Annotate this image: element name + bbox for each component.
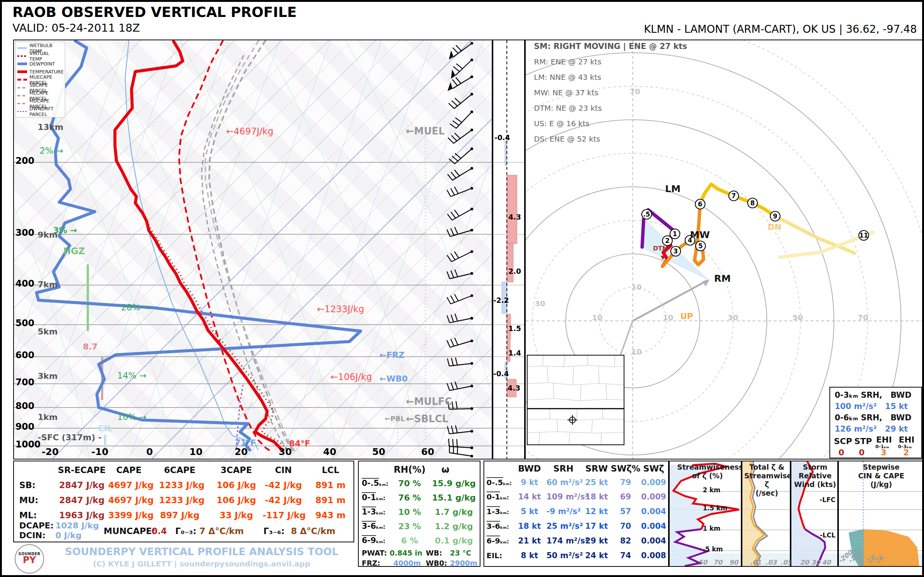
rh-value: 23 % — [389, 522, 430, 531]
cell: 1233 J/kg — [159, 495, 200, 505]
plot-title-line: Storm Relative — [792, 463, 838, 480]
row-label: 0-.5ₖₘ: — [362, 479, 389, 488]
row-label: 0-1ₖₘ: — [486, 492, 509, 501]
layer-unit: ₖₘ: — [500, 509, 509, 516]
srh-row1-header: 0-3ₖₘ SRH, BWD — [835, 390, 911, 400]
layer: 0-1 — [486, 492, 500, 501]
mw-label: MW — [690, 229, 709, 240]
ring-label: 50 — [793, 313, 803, 322]
row-label: SB: — [19, 480, 36, 490]
x-tick: 70 — [713, 559, 722, 566]
ehi2-value: 2 — [903, 448, 909, 457]
muel-annotation: ←MUEL — [406, 126, 445, 137]
row-label: ML: — [19, 510, 37, 520]
col-header: 6CAPE — [159, 465, 200, 475]
cell: 70 — [611, 522, 641, 531]
height-marker-label: 6 — [698, 200, 703, 208]
cell: 82 — [611, 536, 641, 545]
plot-title-line: CIN & CAPE — [850, 472, 912, 480]
row-label: 6-9ₖₘ: — [486, 536, 509, 545]
footer-credit: (C) KYLE J GILLETT | sounderpysoundings.… — [51, 559, 352, 568]
ring-label: 30 — [728, 313, 738, 322]
cell: 9 kt — [514, 478, 544, 487]
cell: 943 m — [312, 510, 349, 520]
cell: 18 kt — [582, 492, 612, 501]
height-marker-label: 7 — [732, 192, 736, 200]
y-label: 1 km — [703, 525, 720, 532]
muecape-line-icon — [17, 79, 27, 81]
pressure-tick: 900 — [15, 421, 34, 432]
temp-tick: 20 — [230, 446, 252, 457]
col-header: CAPE — [108, 465, 150, 475]
mr-value: 15.1 g/kg — [428, 493, 479, 503]
plot-title-line: Stepwise — [850, 463, 912, 472]
surface-label: -SFC (317m) - — [38, 433, 102, 442]
mr-value: 15.9 g/kg — [428, 479, 479, 488]
rh-annotation: 28% → — [121, 303, 150, 312]
omega-strip-panel: -0.4 4.3 2.0 -2.2 1.5 1.4 -0.4 4.3 — [493, 40, 525, 459]
ring-label: 10 — [592, 313, 603, 322]
mulfc-annotation: ←MULFC — [406, 396, 452, 407]
plot-title: Stepwise CIN & CAPE (J/kg) — [850, 463, 912, 489]
us-line: US: E @ 16 kts — [534, 119, 687, 128]
height-marker-label: 8 — [750, 199, 755, 207]
mr-value: 0.1 g/kg — [428, 536, 479, 545]
stp-value: 0 — [859, 448, 864, 457]
height-label: 7km — [38, 280, 58, 289]
sblcl-annotation: ←SBLCL — [406, 413, 448, 424]
height-marker-label: 1 — [673, 230, 677, 238]
omega-header: ω — [434, 464, 457, 475]
dgz-lapse-label: 8.7 — [83, 342, 98, 351]
map-inset — [527, 355, 624, 445]
hgz-label: HGZ — [63, 246, 85, 256]
pressure-tick: 400 — [15, 278, 34, 289]
col-header: CIN — [263, 465, 304, 475]
height-marker-label: 3 — [674, 247, 678, 255]
sm-line: SM: RIGHT MOVING | ENE @ 27 kts — [534, 42, 687, 51]
layer-unit: ₖₘ: — [376, 495, 386, 502]
rm-line: RM: ENE @ 27 kts — [534, 57, 687, 66]
srh-row2-values: 126 m²/s² 29 kt — [835, 424, 908, 434]
dtm-label: DTM — [653, 245, 668, 252]
srh-value: 100 m²/s² — [835, 402, 877, 411]
height-marker-label: 9 — [773, 213, 777, 220]
lm-label: LM — [665, 184, 680, 194]
dcin-label: DCIN: — [19, 531, 45, 540]
rm-label: RM — [714, 273, 731, 284]
cell: 174 m²/s² — [546, 536, 580, 545]
bwd-label: BWD — [890, 390, 911, 400]
temp-tick: -20 — [39, 446, 61, 457]
cape6-annotation: ←1233J/kg — [317, 304, 364, 314]
x-tick: 30 — [811, 559, 821, 566]
mr-value: 1.7 g/kg — [428, 507, 479, 517]
rh-value: 70 % — [389, 479, 430, 488]
kinematics-table: BWD SRH SRW SWζ% SWζ 0-.5ₖₘ: 9 kt 60 m²/… — [483, 461, 669, 567]
wetbulb-line-icon — [17, 47, 27, 48]
lapse36-value: 8 Δ°C/km — [291, 526, 335, 536]
ehi2-header: EHI — [899, 435, 914, 445]
omega-bar-positive — [507, 244, 513, 282]
layer: 0-1 — [362, 492, 376, 502]
cell: 5 kt — [514, 507, 544, 516]
plot-title: Total ζ & Streamwise ζ (/sec) — [744, 463, 790, 498]
cell: 0.009 — [640, 478, 668, 487]
cape3-annotation: ←106J/kg — [331, 372, 372, 382]
wb0-label: WB0: — [426, 559, 447, 567]
sbcape-line-icon — [17, 87, 27, 89]
cell: 2847 J/kg — [57, 480, 106, 490]
plot-title: Streamwiseness of ζ (%) — [677, 463, 737, 480]
streamwiseness-plot: Streamwiseness of ζ (%) 2 km 1.5 km 1 km… — [669, 461, 741, 567]
layer-unit: ₖₘ: — [500, 524, 509, 530]
rh-value: 76 % — [389, 493, 430, 503]
up-label: UP — [680, 311, 693, 321]
wb-label: WB: — [426, 549, 442, 557]
cell: 0.008 — [640, 551, 668, 560]
layer-range: 0-3ₖₘ — [835, 390, 858, 400]
srw-plot: Storm Relative Wind (kts) -LFC -LCL — [791, 461, 838, 567]
col-header: SRW — [582, 464, 612, 474]
cell: 1963 J/kg — [57, 510, 106, 520]
y-label: 1.5 km — [703, 504, 727, 512]
height-label: 9km — [38, 230, 58, 240]
scp-value: 0 — [838, 448, 844, 457]
wetbulb-line — [125, 40, 258, 450]
